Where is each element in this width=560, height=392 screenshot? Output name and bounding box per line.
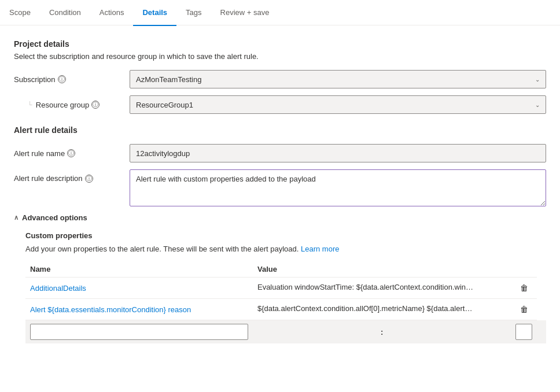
alert-rule-name-label: Alert rule name ⓘ <box>14 149 130 158</box>
row2-name: Alert ${data.essentials.monitorCondition… <box>25 299 253 320</box>
tab-review-save-label: Review + save <box>220 8 270 17</box>
tab-review-save[interactable]: Review + save <box>211 1 279 26</box>
tab-condition-label: Condition <box>49 8 81 17</box>
tab-scope-label: Scope <box>9 8 31 17</box>
advanced-options-label: Advanced options <box>22 213 87 222</box>
subscription-row: Subscription ⓘ AzMonTeamTesting ⌄ <box>14 70 546 88</box>
new-value-cell <box>511 320 537 344</box>
row2-name-link[interactable]: Alert ${data.essentials.monitorCondition… <box>30 305 191 314</box>
custom-properties-desc: Add your own properties to the alert rul… <box>25 245 546 253</box>
row1-value: Evaluation windowStartTime: ${data.alert… <box>253 278 511 299</box>
project-details-title: Project details <box>14 39 546 49</box>
subscription-label: Subscription ⓘ <box>14 75 130 84</box>
table-row: AdditionalDetails Evaluation windowStart… <box>25 278 546 299</box>
column-header-action <box>511 261 537 278</box>
new-property-row: : <box>25 320 546 344</box>
subscription-select[interactable]: AzMonTeamTesting ⌄ <box>130 70 546 88</box>
subscription-value: AzMonTeamTesting <box>136 75 201 84</box>
resource-group-chevron-icon: ⌄ <box>535 102 540 108</box>
row2-value: ${data.alertContext.condition.allOf[0].m… <box>253 299 511 320</box>
resource-group-select[interactable]: ResourceGroup1 ⌄ <box>130 95 546 114</box>
tab-details[interactable]: Details <box>133 1 176 26</box>
row2-value-text: ${data.alertContext.condition.allOf[0].m… <box>257 304 477 313</box>
tab-navigation: Scope Condition Actions Details Tags Rev… <box>0 0 560 25</box>
table-header-row: Name Value <box>25 261 546 278</box>
tab-actions-label: Actions <box>100 8 124 17</box>
main-content: Project details Select the subscription … <box>0 25 560 357</box>
alert-rule-name-row: Alert rule name ⓘ <box>14 144 546 162</box>
new-name-cell <box>25 320 253 344</box>
custom-properties-section: Custom properties Add your own propertie… <box>25 231 546 343</box>
new-action-cell <box>537 320 546 344</box>
resource-group-row: └ Resource group ⓘ ResourceGroup1 ⌄ <box>14 95 546 114</box>
row1-value-text: Evaluation windowStartTime: ${data.alert… <box>257 283 477 291</box>
tab-scope[interactable]: Scope <box>9 1 40 26</box>
custom-properties-table: Name Value AdditionalDetails Evaluation … <box>25 261 546 343</box>
alert-rule-description-input[interactable]: Alert rule with custom properties added … <box>130 169 546 206</box>
resource-group-value: ResourceGroup1 <box>136 101 193 109</box>
resource-group-info-icon: ⓘ <box>91 101 100 109</box>
tab-tags[interactable]: Tags <box>176 1 211 26</box>
tab-actions[interactable]: Actions <box>90 1 134 26</box>
advanced-options-collapse-icon: ∧ <box>14 214 19 221</box>
resource-group-label: └ Resource group ⓘ <box>14 101 130 109</box>
tab-details-label: Details <box>142 8 167 17</box>
learn-more-link[interactable]: Learn more <box>301 245 339 253</box>
alert-rule-description-row: Alert rule description ⓘ Alert rule with… <box>14 169 546 206</box>
row2-action: 🗑 <box>511 299 537 320</box>
row1-action: 🗑 <box>511 278 537 299</box>
alert-rule-details-title: Alert rule details <box>14 125 546 135</box>
new-name-input[interactable] <box>30 324 248 340</box>
project-details-desc: Select the subscription and resource gro… <box>14 52 546 61</box>
alert-rule-description-info-icon: ⓘ <box>85 175 93 183</box>
row1-name: AdditionalDetails <box>25 278 253 299</box>
tab-condition[interactable]: Condition <box>40 1 90 26</box>
colon-separator: : <box>253 320 511 344</box>
alert-rule-name-input[interactable] <box>130 144 546 162</box>
row1-name-link[interactable]: AdditionalDetails <box>30 284 86 293</box>
new-value-input[interactable] <box>515 324 532 340</box>
custom-properties-title: Custom properties <box>25 231 546 240</box>
alert-rule-description-label: Alert rule description ⓘ <box>14 169 130 183</box>
alert-rule-name-info-icon: ⓘ <box>67 149 75 157</box>
column-header-name: Name <box>25 261 253 278</box>
row1-delete-icon[interactable]: 🗑 <box>518 281 530 295</box>
advanced-options-toggle[interactable]: ∧ Advanced options <box>14 213 546 222</box>
subscription-info-icon: ⓘ <box>58 75 66 83</box>
subscription-chevron-icon: ⌄ <box>535 76 540 83</box>
table-row: Alert ${data.essentials.monitorCondition… <box>25 299 546 320</box>
row2-delete-icon[interactable]: 🗑 <box>518 302 530 316</box>
tab-tags-label: Tags <box>186 8 201 17</box>
column-header-value: Value <box>253 261 511 278</box>
